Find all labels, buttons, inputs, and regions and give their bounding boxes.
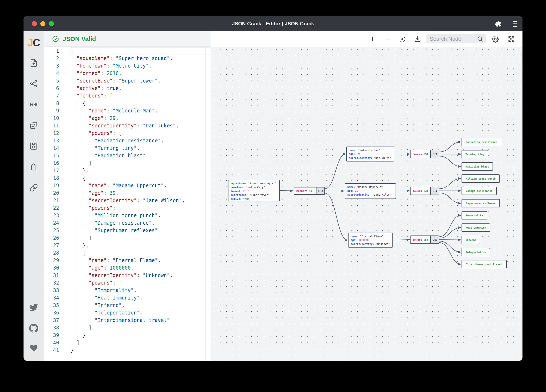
node-value: "Super hero squad"	[248, 182, 276, 185]
line-number: 11	[44, 122, 59, 129]
search-node-input[interactable]	[430, 36, 477, 42]
fullscreen-button[interactable]	[505, 32, 517, 47]
node-row: name: "Madame Uppercut"	[347, 185, 396, 189]
node-value: "Super tower"	[249, 193, 270, 196]
node-value: "Metro City"	[246, 186, 265, 189]
center-focus-button[interactable]	[396, 32, 408, 47]
copy-icon[interactable]	[24, 120, 44, 131]
line-number: 32	[44, 279, 59, 287]
code-text: "secretIdentity": "Jane Wilson",	[71, 197, 185, 204]
leaf-value-label: Heat Immunity	[466, 226, 486, 229]
github-icon[interactable]	[24, 322, 44, 334]
code-text: ]	[71, 234, 91, 242]
graph-node-leaf5[interactable]: Damage resistance	[462, 187, 497, 195]
expand-link-icon[interactable]	[430, 236, 439, 243]
line-number: 41	[44, 347, 59, 354]
extensions-icon[interactable]	[492, 16, 505, 32]
code-text: "name": "Madame Uppercut",	[71, 182, 167, 189]
node-key: active:	[231, 197, 243, 200]
node-key: secretIdentity:	[347, 193, 372, 196]
node-row: formed: 2016	[231, 189, 279, 193]
graph-node-leaf7[interactable]: Immortality	[462, 211, 487, 220]
graph-canvas[interactable]: squadName: "Super hero squad"homeTown: "…	[211, 47, 522, 361]
graph-edge	[439, 154, 461, 154]
line-number: 8	[44, 100, 59, 107]
code-line: 38 ]	[44, 324, 211, 331]
expand-link-icon[interactable]	[430, 187, 439, 195]
graph-node-member2[interactable]: name: "Madame Uppercut"age: 39secretIden…	[345, 183, 396, 199]
leaf-value-label: Radiation resistance	[466, 140, 497, 144]
graph-node-leaf9[interactable]: Inferno	[462, 236, 480, 244]
window-title: JSON Crack - Editor | JSON Crack	[24, 16, 522, 32]
download-button[interactable]	[412, 32, 423, 47]
code-line: 7 "members": [	[44, 92, 211, 100]
code-text: "secretIdentity": "Dan Jukes",	[71, 122, 179, 129]
search-node-box[interactable]	[426, 34, 486, 44]
heart-icon[interactable]	[24, 342, 44, 354]
save-icon[interactable]	[24, 140, 44, 152]
share-graph-icon[interactable]	[24, 78, 44, 89]
line-number: 14	[44, 145, 59, 152]
graph-node-leaf8[interactable]: Heat Immunity	[462, 223, 490, 232]
node-row: age: 29	[349, 152, 394, 156]
graph-node-member1[interactable]: name: "Molecule Man"age: 29secretIdentit…	[346, 146, 394, 162]
child-count: (5)	[424, 238, 429, 241]
code-text: "homeTown": "Metro City",	[71, 62, 152, 70]
link-icon[interactable]	[24, 182, 44, 194]
line-number: 9	[44, 107, 59, 114]
twitter-icon[interactable]	[24, 302, 44, 313]
code-text: "Turning tiny",	[71, 145, 140, 152]
search-icon[interactable]	[477, 36, 483, 42]
node-value: "Madame Uppercut"	[357, 185, 383, 189]
zoom-out-button[interactable]	[381, 32, 393, 47]
line-number: 7	[44, 92, 59, 100]
expand-link-icon[interactable]	[316, 188, 324, 194]
line-number: 21	[44, 197, 59, 204]
line-number: 24	[44, 219, 59, 227]
line-number: 29	[44, 257, 59, 264]
app-window: JSON Crack - Editor | JSON Crack JC JSON…	[24, 16, 522, 361]
graph-node-leaf6[interactable]: Superhuman reflexes	[462, 199, 500, 208]
trash-icon[interactable]	[24, 161, 44, 173]
code-text: "formed": 2016,	[71, 70, 122, 77]
graph-edge	[325, 154, 346, 189]
node-key: name:	[351, 235, 360, 238]
graph-node-leaf4[interactable]: Million tonne punch	[462, 174, 500, 183]
new-file-icon[interactable]	[24, 57, 44, 69]
code-text: "Inferno",	[71, 302, 125, 309]
graph-node-leaf3[interactable]: Radiation blast	[462, 162, 493, 171]
code-editor[interactable]: 1{2 "squadName": "Super hero squad",3 "h…	[44, 47, 211, 361]
graph-node-powers2[interactable]: powers (3)	[410, 187, 439, 195]
code-line: 28 {	[44, 249, 211, 257]
code-text: "age": 29,	[71, 114, 119, 122]
node-row: secretIdentity: "Unknown"	[351, 242, 392, 246]
node-value: "Jane Wilson"	[372, 193, 393, 196]
graph-node-leaf2[interactable]: Turning tiny	[462, 150, 488, 158]
graph-node-members[interactable]: members (3)	[294, 187, 325, 195]
node-value: "Dan Jukes"	[374, 156, 391, 159]
node-row: name: "Eternal Flame"	[351, 234, 392, 238]
graph-node-root[interactable]: squadName: "Super hero squad"homeTown: "…	[228, 180, 280, 201]
app-logo[interactable]: JC	[24, 37, 44, 49]
graph-node-leaf11[interactable]: Interdimensional travel	[462, 260, 507, 268]
graph-node-leaf1[interactable]: Radiation resistance	[462, 138, 501, 146]
graph-node-member3[interactable]: name: "Eternal Flame"age: 1000000secretI…	[348, 233, 393, 247]
settings-button[interactable]	[489, 32, 501, 47]
fold-width-icon[interactable]	[24, 99, 44, 110]
line-number: 31	[44, 272, 59, 279]
graph-node-leaf10[interactable]: Teleportation	[462, 248, 490, 256]
zoom-in-button[interactable]	[367, 32, 378, 47]
line-number: 4	[44, 70, 59, 77]
menu-icon[interactable]	[510, 16, 520, 32]
leaf-value-label: Teleportation	[466, 251, 486, 254]
node-value: "Eternal Flame"	[360, 235, 384, 238]
line-number: 34	[44, 294, 59, 302]
graph-node-powers1[interactable]: powers (3)	[410, 150, 439, 158]
logo-letter-c: C	[33, 37, 40, 49]
expand-link-icon[interactable]	[430, 150, 439, 158]
graph-edge	[439, 156, 461, 166]
parent-key-label: powers	[413, 238, 424, 241]
code-text: "age": 1000000,	[71, 264, 134, 272]
code-line: 17 },	[44, 167, 211, 174]
graph-node-powers3[interactable]: powers (5)	[410, 235, 439, 244]
